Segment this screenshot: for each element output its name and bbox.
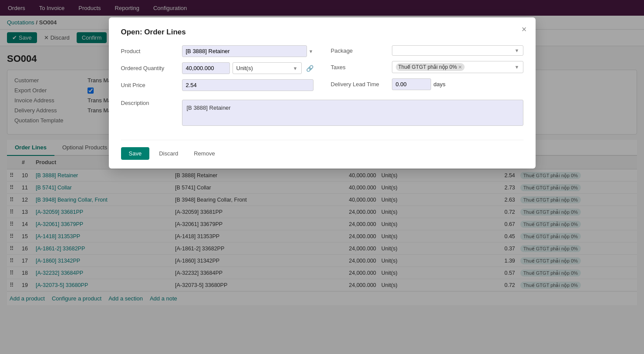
modal-right-col: Package ▼ Taxes Thuế GTGT phải nộp 0% ✕ … xyxy=(331,45,523,96)
modal-close-button[interactable]: × xyxy=(522,24,527,34)
modal-save-button[interactable]: Save xyxy=(121,147,150,160)
unit-price-label: Unit Price xyxy=(121,82,182,88)
unit-price-field-row: Unit Price xyxy=(121,79,314,91)
unit-external-link-icon[interactable]: 🔗 xyxy=(306,65,314,72)
delivery-lead-time-label: Delivery Lead Time xyxy=(331,81,392,88)
ordered-quantity-field-row: Ordered Quantity Unit(s) ▼ 🔗 xyxy=(121,62,314,74)
package-dropdown-arrow: ▼ xyxy=(515,48,519,53)
description-field-row: Description [B 3888] Retainer xyxy=(121,100,523,133)
modal-title: Open: Order Lines xyxy=(121,28,523,37)
modal-remove-button[interactable]: Remove xyxy=(188,147,221,160)
modal-footer: Save Discard Remove xyxy=(121,147,523,160)
package-label: Package xyxy=(331,47,392,54)
unit-dropdown-arrow: ▼ xyxy=(293,66,298,71)
taxes-label: Taxes xyxy=(331,64,392,71)
modal-overlay: Open: Order Lines × Product ▼ Ordered Qu… xyxy=(0,0,644,354)
ordered-quantity-label: Ordered Quantity xyxy=(121,65,182,71)
delivery-days-label: days xyxy=(434,81,445,88)
taxes-dropdown-arrow: ▼ xyxy=(515,64,519,70)
description-textarea[interactable]: [B 3888] Retainer xyxy=(182,100,523,126)
unit-price-input[interactable] xyxy=(182,79,314,91)
delivery-row: days xyxy=(392,78,523,90)
modal-divider xyxy=(121,140,523,140)
quantity-input[interactable] xyxy=(182,62,230,74)
tax-tag-value: Thuế GTGT phải nộp 0% xyxy=(398,64,457,70)
modal-left-col: Product ▼ Ordered Quantity Unit(s) ▼ xyxy=(121,45,314,96)
package-field-row: Package ▼ xyxy=(331,45,523,56)
tax-tag-remove[interactable]: ✕ xyxy=(458,64,462,70)
product-input[interactable] xyxy=(182,45,307,57)
taxes-field-row: Taxes Thuế GTGT phải nộp 0% ✕ ▼ xyxy=(331,61,523,73)
tax-tag: Thuế GTGT phải nộp 0% ✕ xyxy=(396,63,465,71)
delivery-lead-time-input[interactable] xyxy=(392,78,431,90)
product-field-row: Product ▼ xyxy=(121,45,314,57)
modal-dialog: Open: Order Lines × Product ▼ Ordered Qu… xyxy=(109,17,536,169)
product-label: Product xyxy=(121,48,182,54)
delivery-lead-time-field-row: Delivery Lead Time days xyxy=(331,78,523,90)
modal-form-grid: Product ▼ Ordered Quantity Unit(s) ▼ xyxy=(121,45,523,96)
qty-unit-row: Unit(s) ▼ 🔗 xyxy=(182,62,314,74)
modal-discard-button[interactable]: Discard xyxy=(153,147,184,160)
unit-label: Unit(s) xyxy=(236,65,253,71)
description-label: Description xyxy=(121,100,182,106)
taxes-input[interactable]: Thuế GTGT phải nộp 0% ✕ ▼ xyxy=(392,61,523,73)
product-dropdown-arrow: ▼ xyxy=(309,49,314,54)
